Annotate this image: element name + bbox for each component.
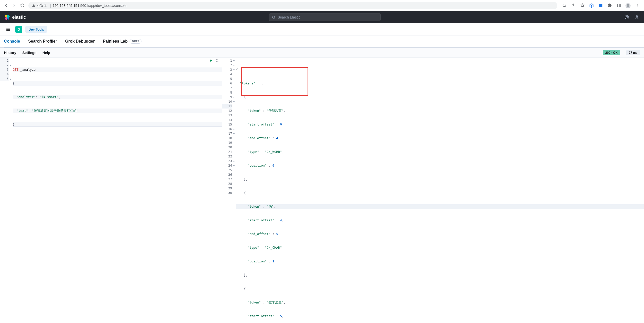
- insecure-icon: [32, 4, 35, 7]
- url-path: :5601/app/dev_tools#/console: [79, 4, 127, 8]
- browser-menu-icon[interactable]: [633, 2, 641, 9]
- bookmark-star-icon[interactable]: [579, 2, 586, 9]
- tab-grok-debugger[interactable]: Grok Debugger: [65, 35, 95, 47]
- request-actions: [209, 58, 219, 63]
- help-lifebuoy-icon[interactable]: [624, 14, 630, 20]
- svg-rect-1: [599, 4, 602, 7]
- search-placeholder: Search Elastic: [278, 15, 300, 19]
- svg-point-8: [637, 6, 638, 7]
- extension-cube-icon[interactable]: [588, 2, 595, 9]
- nav-toggle-button[interactable]: [4, 25, 12, 33]
- elastic-header: elastic Search Elastic: [0, 11, 644, 23]
- tab-console[interactable]: Console: [4, 35, 20, 47]
- response-viewer[interactable]: || 1▼ 2▼ 3▼ 45678 9▲ 10▼ 1112131415 16▲ …: [222, 58, 644, 323]
- console-editors: 1 2▼ 3 4 5▲ GET _analyze { "analyzer": "…: [0, 58, 644, 323]
- browser-forward-button[interactable]: [10, 2, 18, 10]
- url-host: 192.168.245.151: [53, 4, 79, 8]
- svg-point-0: [563, 4, 565, 7]
- settings-link[interactable]: Settings: [22, 51, 36, 55]
- request-editor[interactable]: 1 2▼ 3 4 5▲ GET _analyze { "analyzer": "…: [0, 58, 222, 323]
- insecure-label: 不安全: [37, 3, 47, 8]
- browser-back-button[interactable]: [2, 2, 10, 10]
- elastic-logo[interactable]: elastic: [4, 14, 26, 20]
- address-separator: |: [50, 4, 51, 8]
- newsfeed-icon[interactable]: [634, 14, 640, 20]
- browser-chrome: 不安全 | 192.168.245.151:5601/app/dev_tools…: [0, 0, 644, 11]
- search-in-page-icon[interactable]: [560, 2, 568, 9]
- response-status-badge: 200 - OK: [603, 50, 620, 55]
- elastic-brand-text: elastic: [12, 15, 26, 20]
- tab-painless-lab[interactable]: Painless LabBETA: [103, 35, 141, 47]
- translate-icon[interactable]: [597, 2, 604, 9]
- help-link[interactable]: Help: [42, 51, 50, 55]
- send-request-button[interactable]: [209, 58, 213, 63]
- sidepanel-icon[interactable]: [615, 2, 623, 9]
- http-method: GET: [13, 68, 19, 71]
- kibana-sub-header: D Dev Tools: [0, 23, 644, 35]
- svg-point-12: [7, 17, 9, 20]
- request-path: _analyze: [20, 68, 35, 71]
- request-code[interactable]: GET _analyze { "analyzer": "ik_smart", "…: [13, 58, 222, 136]
- request-gutter: 1 2▼ 3 4 5▲: [0, 58, 10, 81]
- address-bar[interactable]: 不安全 | 192.168.245.151:5601/app/dev_tools…: [28, 2, 557, 9]
- response-gutter: 1▼ 2▼ 3▼ 45678 9▲ 10▼ 1112131415 16▲ 17▼…: [222, 58, 234, 195]
- svg-point-16: [636, 15, 638, 17]
- svg-point-13: [272, 16, 275, 18]
- response-time-badge: 27 ms: [626, 50, 640, 55]
- extensions-puzzle-icon[interactable]: [606, 2, 614, 9]
- console-toolbar: History Settings Help 200 - OK 27 ms: [0, 48, 644, 58]
- browser-reload-button[interactable]: [18, 2, 26, 10]
- svg-point-5: [627, 4, 629, 6]
- svg-rect-2: [617, 4, 621, 7]
- tab-search-profiler[interactable]: Search Profiler: [28, 35, 57, 47]
- history-link[interactable]: History: [4, 51, 16, 55]
- svg-point-15: [626, 16, 628, 18]
- breadcrumb[interactable]: Dev Tools: [25, 26, 47, 33]
- search-icon: [272, 15, 276, 19]
- browser-toolbar-icons: [559, 2, 642, 9]
- profile-avatar-icon[interactable]: [624, 2, 632, 9]
- space-selector[interactable]: D: [15, 26, 22, 33]
- response-code: { "tokens" : [ { "token" : "传智教育", "star…: [236, 58, 644, 323]
- elastic-logo-icon: [4, 14, 10, 20]
- svg-point-6: [637, 4, 638, 5]
- share-icon[interactable]: [569, 2, 577, 9]
- global-search-input[interactable]: Search Elastic: [269, 13, 381, 21]
- svg-point-7: [637, 5, 638, 6]
- beta-badge: BETA: [130, 39, 141, 44]
- devtools-tabs: Console Search Profiler Grok Debugger Pa…: [0, 35, 644, 48]
- request-options-button[interactable]: [215, 58, 219, 63]
- svg-point-11: [5, 17, 8, 20]
